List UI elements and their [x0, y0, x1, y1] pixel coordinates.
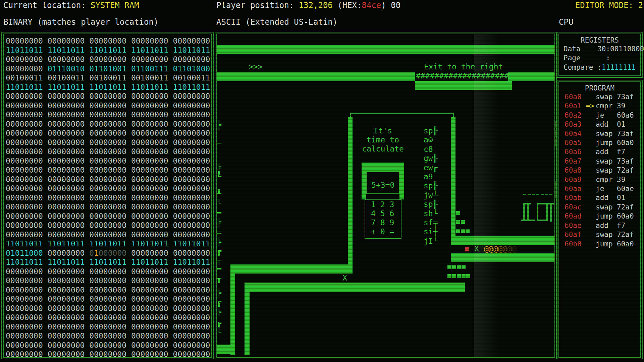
ascii-letter-row: sf╤	[424, 218, 438, 227]
binary-row[interactable]: 00000000 00000000 00000000 00000000 0000…	[6, 92, 211, 101]
map-dot	[447, 265, 451, 269]
register-rows: Data 30:00110000Page :Compare :11111111	[559, 45, 640, 72]
player-position-status: Player position: 132,206 (HEX:84ce) 00	[216, 1, 400, 10]
keypad-row[interactable]: 7 8 9	[371, 218, 394, 227]
keypad-row[interactable]: 1 2 3	[371, 200, 394, 209]
registers-title: REGISTERS	[559, 36, 640, 45]
position-value: 132,206	[299, 1, 333, 10]
map-dot	[536, 194, 539, 195]
platform-stub-bottom-left	[217, 345, 235, 354]
ascii-letter-row: si┼	[424, 227, 438, 236]
player-marker[interactable]	[465, 247, 469, 251]
binary-row[interactable]: 11011011 11011011 11011011 11011011 1101…	[6, 83, 211, 92]
map-dot	[532, 194, 535, 195]
door-art-a-bottom	[521, 220, 535, 221]
border-glyph: └	[217, 199, 221, 208]
binary-row[interactable]: 00000000 00000000 00000000 00000000 0000…	[6, 276, 211, 286]
map-dot	[523, 194, 526, 195]
map-dot	[466, 229, 470, 233]
hex-open: (HEX:	[333, 1, 362, 10]
binary-row[interactable]: 11011011 11011011 11011011 11011011 1101…	[6, 258, 211, 267]
map-dot	[462, 274, 466, 278]
player-trail: @@@@@@@	[484, 244, 517, 253]
binary-row[interactable]: 00000000 00000000 00000000 00000000 0000…	[6, 157, 211, 166]
map-dot	[456, 211, 460, 215]
calculator-display-value: 5+3=0	[371, 181, 394, 190]
wall-lower-vertical-a	[230, 264, 235, 355]
program-row: 60a9cmpr39	[559, 175, 640, 184]
binary-row[interactable]: 00000000 01110010 01101001 01100111 0110…	[6, 64, 211, 74]
binary-row[interactable]: 00000000 00000000 00000000 00000000 0000…	[6, 55, 211, 64]
position-label: Player position:	[216, 1, 299, 10]
binary-row[interactable]: 00000000 00000000 00000000 00000000 0000…	[6, 101, 211, 111]
door-art-a-v2	[527, 203, 529, 221]
keypad-row[interactable]: 4 5 6	[371, 209, 394, 218]
binary-row[interactable]: 00000000 00000000 00000000 00000000 0000…	[6, 286, 211, 295]
binary-row[interactable]: 00000000 00000000 00000000 00000000 0000…	[6, 184, 211, 193]
platform-bar-gate-under	[415, 81, 512, 90]
map-dot	[528, 194, 531, 195]
map-viewport[interactable]: >>> Exit to the right ##################…	[215, 32, 557, 359]
platform-bar-lower-2	[245, 283, 465, 292]
binary-row[interactable]: 00000000 00000000 00000000 00000000 0000…	[6, 129, 211, 138]
platform-bar-right-1	[451, 236, 554, 245]
map-dot	[457, 274, 461, 278]
border-pipe-glyph: |	[553, 129, 557, 138]
binary-row[interactable]: 00000000 00000000 00000000 00000000 0000…	[6, 313, 211, 322]
program-row: 60a2je60a6	[559, 111, 640, 120]
binary-grid[interactable]: 00000000 00000000 00000000 00000000 0000…	[6, 37, 211, 359]
border-pipe-glyph: |	[553, 180, 557, 189]
map-dot	[461, 220, 465, 224]
binary-row[interactable]: 00000000 00000000 00000000 00000000 0000…	[6, 322, 211, 332]
binary-row[interactable]: 01011000 00000000 01000000 00000000 0000…	[6, 249, 211, 258]
binary-row[interactable]: 11011011 11011011 11011011 11011011 1101…	[6, 46, 211, 55]
binary-row[interactable]: 00000000 00000000 00000000 00000000 0000…	[6, 341, 211, 350]
map-dot	[452, 265, 456, 269]
current-location-status: Current location: SYSTEM RAM	[3, 1, 139, 10]
keypad-row[interactable]: + 0 =	[371, 227, 394, 236]
byte-value: 00	[391, 1, 400, 10]
ascii-letter-row: jI└	[424, 237, 438, 246]
binary-row[interactable]: 00000000 00000000 00000000 00000000 0000…	[6, 37, 211, 46]
binary-row[interactable]: 00000000 00000000 00000000 00000000 0000…	[6, 221, 211, 230]
binary-row[interactable]: 00000000 00000000 00000000 00000000 0000…	[6, 147, 211, 157]
binary-row[interactable]: 00000000 00000000 00000000 00000000 0000…	[6, 295, 211, 304]
binary-row[interactable]: 00100011 00100011 00100011 00100011 0010…	[6, 73, 211, 83]
program-row: 60a1=>cmpr39	[559, 102, 640, 111]
structure-top-line	[350, 113, 454, 117]
binary-row[interactable]: 00000000 00000000 00000000 00000000 0000…	[6, 267, 211, 277]
map-dot	[452, 274, 456, 278]
binary-row[interactable]: 11011011 11011011 11011011 11011011 1101…	[6, 239, 211, 249]
border-glyph: ╔	[217, 247, 221, 256]
ascii-letter-row: sp╟	[424, 126, 438, 135]
program-row: 60abadd01	[559, 193, 640, 202]
border-glyph: ═	[217, 265, 221, 274]
binary-memory-panel[interactable]: 00000000 00000000 00000000 00000000 0000…	[1, 32, 214, 359]
binary-row[interactable]: 00000000 00000000 00000000 00000000 0000…	[6, 193, 211, 203]
binary-row[interactable]: 00000000 00000000 00000000 00000000 0000…	[6, 110, 211, 120]
binary-row[interactable]: 00000000 00000000 00000000 00000000 0000…	[6, 350, 211, 359]
program-row: 60aaje60ae	[559, 184, 640, 193]
binary-row[interactable]: 00000000 00000000 00000000 00000000 0000…	[6, 202, 211, 212]
ascii-letter-row: a☺	[424, 135, 433, 144]
program-row: 60aeaddf7	[559, 221, 640, 230]
program-row: 60a8swap72af	[559, 166, 640, 175]
program-row: 60b0jump60a0	[559, 240, 640, 249]
map-dot	[462, 265, 466, 269]
ascii-letter-row: ew╓	[424, 163, 438, 172]
binary-row[interactable]: 00000000 00000000 00000000 00000000 0000…	[6, 230, 211, 240]
location-label: Current location:	[3, 1, 91, 10]
binary-row[interactable]: 00000000 00000000 00000000 00000000 0000…	[6, 331, 211, 341]
map-dot	[541, 194, 544, 195]
platform-bar-gate-left	[217, 72, 415, 81]
binary-row[interactable]: 00000000 00000000 00000000 00000000 0000…	[6, 138, 211, 147]
ascii-letter-row: sp╟	[424, 200, 438, 209]
binary-row[interactable]: 00000000 00000000 00000000 00000000 0000…	[6, 175, 211, 184]
border-glyph: ╚	[217, 171, 221, 180]
binary-row[interactable]: 00000000 00000000 00000000 00000000 0000…	[6, 304, 211, 313]
map-dot	[456, 229, 460, 233]
binary-row[interactable]: 00000000 00000000 00000000 00000000 0000…	[6, 212, 211, 221]
binary-row[interactable]: 00000000 00000000 00000000 00000000 0000…	[6, 120, 211, 129]
platform-bar-lower-1	[230, 264, 353, 274]
binary-row[interactable]: 00000000 00000000 00000000 00000000 0000…	[6, 166, 211, 175]
